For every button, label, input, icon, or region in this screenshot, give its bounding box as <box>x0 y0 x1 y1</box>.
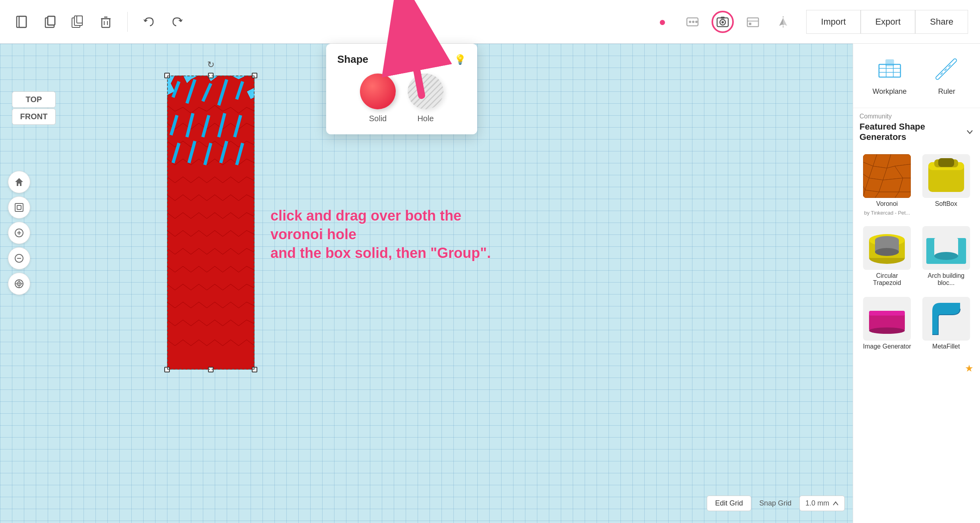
hole-circle <box>408 74 443 109</box>
svg-rect-62 <box>886 60 894 66</box>
handle-tm[interactable] <box>208 73 214 78</box>
instruction-line2: and the box solid, then "Group". <box>270 245 491 261</box>
toolbar-left-icons <box>12 12 187 32</box>
perspective-button[interactable] <box>8 273 30 295</box>
voronoi-name: Voronoi <box>876 200 898 207</box>
ruler-item[interactable]: Ruler <box>933 56 961 96</box>
svg-rect-8 <box>102 19 110 27</box>
shape-item-arch[interactable]: Arch building bloc... <box>919 223 974 290</box>
light-toggle-button[interactable]: ● <box>651 11 673 33</box>
undo-button[interactable] <box>139 12 159 32</box>
export-button[interactable]: Export <box>861 10 916 34</box>
svg-rect-28 <box>15 203 23 211</box>
chevron-down-icon[interactable] <box>966 128 974 136</box>
arch-name: Arch building bloc... <box>922 272 971 287</box>
softbox-thumb-svg <box>924 156 968 196</box>
circular-trapezoid-thumb <box>863 226 911 270</box>
community-button[interactable] <box>681 11 704 33</box>
svg-rect-57 <box>879 64 900 77</box>
lock-icon[interactable]: 🔒 <box>437 54 449 65</box>
share-button[interactable]: Share <box>915 10 968 34</box>
share-panel-button[interactable] <box>742 11 764 33</box>
ruler-icon <box>933 56 961 83</box>
shape-options: Solid Hole <box>337 74 466 123</box>
handle-bl[interactable] <box>164 367 170 372</box>
svg-rect-23 <box>749 23 751 25</box>
delete-button[interactable] <box>95 12 116 32</box>
copy-button[interactable] <box>40 12 60 32</box>
toolbar: ● <box>0 0 980 44</box>
workplane-label: Workplane <box>873 87 907 96</box>
featured-title-text: Featured Shape Generators <box>859 122 966 142</box>
svg-rect-29 <box>17 205 21 209</box>
zoom-in-button[interactable] <box>8 222 30 244</box>
svg-rect-20 <box>721 17 725 19</box>
svg-marker-25 <box>779 18 783 26</box>
shape-item-image-generator[interactable]: Image Generator <box>859 294 915 353</box>
svg-rect-96 <box>869 311 905 316</box>
handle-tr[interactable] <box>252 73 257 78</box>
edit-grid-button[interactable]: Edit Grid <box>707 496 751 511</box>
right-panel: Workplane Ruler Community <box>853 44 980 523</box>
handle-tl[interactable] <box>164 73 170 78</box>
mirror-button[interactable] <box>772 11 794 33</box>
workplane-item[interactable]: Workplane <box>873 56 907 96</box>
chevron-up-icon <box>832 500 839 507</box>
voronoi-thumb <box>863 154 911 198</box>
softbox-thumb <box>922 154 970 198</box>
toolbar-divider-1 <box>127 12 128 32</box>
circular-trapezoid-svg <box>865 228 909 268</box>
image-generator-thumb <box>863 297 911 341</box>
right-panel-top: Workplane Ruler <box>853 44 980 108</box>
community-label: Community <box>859 113 974 120</box>
metafillet-svg <box>924 299 968 339</box>
workplane-ruler: Workplane Ruler <box>859 52 974 100</box>
redo-button[interactable] <box>167 12 187 32</box>
duplicate-button[interactable] <box>68 12 88 32</box>
snap-value-text: 1.0 mm <box>805 499 829 508</box>
image-generator-name: Image Generator <box>863 343 911 350</box>
camera-controls <box>8 171 30 295</box>
shape-item-softbox[interactable]: SoftBox <box>919 151 974 219</box>
workplane-icon <box>876 56 904 83</box>
import-button[interactable]: Import <box>806 10 860 34</box>
voronoi-svg <box>167 76 255 370</box>
svg-rect-3 <box>48 16 55 25</box>
home-button[interactable] <box>8 171 30 193</box>
solid-option[interactable]: Solid <box>360 74 396 123</box>
svg-point-16 <box>695 21 698 23</box>
svg-point-94 <box>934 252 958 260</box>
shape-panel: Shape 🔒 💡 Solid Hole <box>326 44 477 134</box>
solid-circle <box>360 74 396 109</box>
snap-value[interactable]: 1.0 mm <box>799 496 845 511</box>
svg-rect-6 <box>74 16 82 25</box>
front-label: FRONT <box>12 108 56 125</box>
star-icon: ★ <box>965 363 974 374</box>
svg-point-91 <box>875 248 899 256</box>
rotate-handle[interactable]: ↻ <box>207 60 214 70</box>
voronoi-shape[interactable]: ↻ <box>167 76 255 370</box>
shape-panel-header: Shape 🔒 💡 <box>337 53 466 66</box>
light-bulb-icon[interactable]: 💡 <box>454 54 466 65</box>
new-button[interactable] <box>12 12 33 32</box>
metafillet-name: MetaFillet <box>932 343 960 350</box>
screenshot-button[interactable] <box>712 11 734 33</box>
featured-title: Featured Shape Generators <box>859 122 974 142</box>
shape-panel-title: Shape <box>337 53 368 66</box>
svg-marker-26 <box>783 18 787 26</box>
shape-item-circular-trapezoid[interactable]: Circular Trapezoid <box>859 223 915 290</box>
metafillet-thumb <box>922 297 970 341</box>
hole-option[interactable]: Hole <box>408 74 443 123</box>
ruler-label: Ruler <box>938 87 955 96</box>
shape-item-metafillet[interactable]: MetaFillet <box>919 294 974 353</box>
fit-button[interactable] <box>8 196 30 219</box>
rating-area: ★ <box>853 360 980 377</box>
svg-point-15 <box>692 21 694 23</box>
svg-rect-1 <box>19 16 26 27</box>
shape-item-voronoi[interactable]: Voronoi by Tinkercad - Pet... <box>859 151 915 219</box>
zoom-out-button[interactable] <box>8 247 30 269</box>
svg-rect-85 <box>938 158 954 167</box>
voronoi-thumb-svg <box>863 154 911 198</box>
handle-br[interactable] <box>252 367 257 372</box>
handle-bm[interactable] <box>208 367 214 372</box>
